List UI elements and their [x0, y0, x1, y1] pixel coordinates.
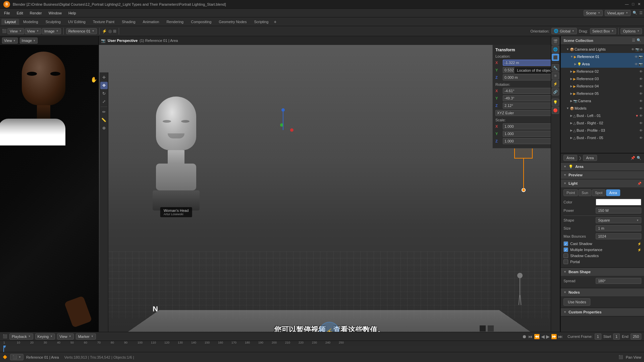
area-section-header[interactable]: ▼ 💡 Area [561, 163, 644, 171]
scale-y-field[interactable]: 1.000 [503, 131, 551, 137]
view-dropdown-2[interactable]: View ▼ [25, 28, 42, 34]
orientation-dropdown[interactable]: 🌐 Global ▼ [551, 28, 577, 34]
vis-select-1[interactable]: ⊕ [640, 48, 643, 51]
outliner-item-bust-profile[interactable]: ▶ △ Bust - Profile - 03 👁 [561, 127, 644, 134]
vis-render-area[interactable]: 📷 [639, 62, 643, 66]
prop-icon-material[interactable]: 🔴 [552, 107, 559, 114]
keying-dropdown[interactable]: Keying ▼ [35, 334, 55, 340]
custom-props-header[interactable]: ▼ Custom Properties [561, 308, 644, 316]
measure-tool[interactable]: 📏 [100, 116, 108, 124]
shadow-caustics-checkbox[interactable] [564, 253, 568, 258]
beam-shape-header[interactable]: ▼ Beam Shape [561, 268, 644, 276]
outliner-item-bust-front[interactable]: ▶ △ Bust - Front - 05 👁 [561, 134, 644, 141]
outliner-item-reference-04[interactable]: ▶ ▶ Reference 04 👁 [561, 82, 644, 90]
rotation-x-field[interactable]: -4.61° [503, 88, 551, 94]
cast-shadow-checkbox[interactable] [564, 241, 568, 246]
rotation-y-field[interactable]: -49.3° [503, 95, 551, 101]
vis-eye-bust-left[interactable]: 👁 [639, 114, 643, 118]
end-frame-field[interactable]: 250 [631, 334, 641, 340]
timeline-menu-icon[interactable]: ⬛ [3, 334, 7, 339]
photo-view-dropdown[interactable]: View ▼ [2, 38, 18, 44]
prop-icon-constraints[interactable]: 🔗 [552, 88, 559, 96]
vis-eye-ref05[interactable]: 👁 [639, 92, 643, 96]
vis-eye-models[interactable]: 👁 [639, 107, 643, 110]
vis-render-1[interactable]: 📷 [635, 48, 639, 51]
menu-window[interactable]: Window [46, 10, 64, 16]
outliner-item-models[interactable]: ▼ 📦 Models 👁 [561, 105, 644, 112]
options-dropdown[interactable]: Options ▼ [621, 28, 642, 34]
prop-icon-world[interactable]: 🌐 [552, 46, 559, 53]
breadcrumb-area-2[interactable]: Area [583, 155, 597, 161]
filter-btn[interactable]: ☰ [639, 11, 643, 15]
image-dropdown[interactable]: Image ▼ [42, 28, 61, 34]
prop-icon-physics[interactable]: ⚡ [552, 80, 559, 87]
vis-eye-ref04[interactable]: 👁 [639, 84, 643, 88]
tab-modeling[interactable]: Modeling [20, 19, 42, 25]
outliner-item-camera[interactable]: ▶ 📷 Camera 👁 [561, 97, 644, 105]
marker-dropdown[interactable]: Marker ▼ [76, 334, 96, 340]
maximize-button[interactable]: □ [632, 2, 634, 6]
euler-dropdown-row[interactable]: XYZ Euler ▼ [495, 110, 557, 116]
rotation-z-field[interactable]: 2.12° [503, 103, 551, 109]
vis-eye-cam[interactable]: 👁 [639, 99, 643, 103]
prop-icon-data[interactable]: 💡 [552, 99, 559, 106]
jump-start-btn[interactable]: ⏮ [528, 334, 533, 339]
multiple-importance-checkbox[interactable] [564, 247, 568, 252]
prop-icon-scene[interactable]: 🎬 [552, 38, 559, 45]
vis-eye-ref03[interactable]: 👁 [639, 77, 643, 81]
tab-shading[interactable]: Shading [118, 19, 139, 25]
photo-image-dropdown[interactable]: Image ▼ [20, 38, 38, 44]
breadcrumb-area-1[interactable]: Area [564, 155, 577, 161]
outliner-item-reference-01[interactable]: ▼ ▶ Reference 01 👁 📷 [561, 53, 644, 60]
vis-eye-1[interactable]: 👁 [631, 48, 635, 51]
light-type-spot[interactable]: Spot [592, 189, 606, 196]
vis-eye-bust-profile[interactable]: 👁 [639, 129, 643, 132]
outliner-search-icon[interactable]: 🔍 [637, 38, 641, 43]
tab-sculpting[interactable]: Sculpting [42, 19, 64, 25]
scale-z-field[interactable]: 1.000 [503, 138, 551, 144]
scale-tool[interactable]: ⤢ [100, 98, 108, 105]
light-type-sun[interactable]: Sun [579, 189, 591, 196]
menu-edit[interactable]: Edit [14, 10, 26, 16]
prop-icon-modifier[interactable]: 🔧 [552, 64, 559, 71]
close-button[interactable]: ✕ [638, 2, 641, 6]
outliner-item-bust-right[interactable]: ▶ △ Bust - Right - 02 👁 [561, 119, 644, 127]
move-tool[interactable]: ✥ [100, 82, 108, 89]
light-section-pin[interactable]: 📌 [637, 182, 641, 185]
menu-file[interactable]: File [1, 10, 13, 16]
portal-checkbox[interactable] [564, 259, 568, 264]
color-picker[interactable] [596, 199, 641, 205]
scene-selector[interactable]: Scene ▼ [584, 10, 603, 16]
prop-icon-object[interactable]: ⬛ [552, 54, 559, 61]
menu-help[interactable]: Help [66, 10, 79, 16]
tab-layout[interactable]: Layout [1, 19, 19, 25]
props-pin-icon[interactable]: 📌 [631, 156, 635, 160]
annotate-tool[interactable]: ✏ [100, 108, 108, 116]
power-field[interactable]: 150 W [596, 207, 641, 214]
light-type-point[interactable]: Point [564, 189, 578, 196]
tab-geometry-nodes[interactable]: Geometry Nodes [215, 19, 250, 25]
play-btn[interactable]: ▶ [546, 334, 550, 339]
jump-end-btn[interactable]: ⏭ [558, 334, 563, 339]
light-section-header[interactable]: ▼ Light 📌 [561, 179, 644, 187]
status-scene-dropdown[interactable]: ⬛ ▼ [10, 354, 23, 360]
view-dropdown-1[interactable]: View ▼ [7, 28, 24, 34]
cast-shadow-info[interactable]: ⚡ [637, 242, 641, 246]
nodes-header[interactable]: ▼ Nodes [561, 288, 644, 296]
vis-render-ref01[interactable]: 📷 [639, 55, 643, 59]
reference-dropdown[interactable]: Reference 01 ▼ [66, 28, 97, 34]
rotate-tool[interactable]: ↻ [100, 90, 108, 97]
transform-tool[interactable]: ⊕ [100, 124, 108, 132]
vis-eye-ref01[interactable]: 👁 [635, 55, 638, 59]
use-nodes-btn[interactable]: Use Nodes [564, 298, 590, 306]
current-frame-field[interactable]: 1 [595, 334, 601, 340]
vis-eye-area[interactable]: 👁 [635, 62, 638, 66]
tab-texture-paint[interactable]: Texture Paint [90, 19, 118, 25]
multiple-importance-info[interactable]: ⚡ [637, 248, 641, 252]
minimize-button[interactable]: — [625, 2, 629, 6]
location-x-field[interactable]: -1.322 m [503, 60, 551, 66]
start-frame-field[interactable]: 1 [613, 334, 620, 340]
outliner-item-reference-03[interactable]: ▶ ▶ Reference 03 👁 [561, 75, 644, 82]
size-field[interactable]: 1 m [596, 225, 641, 231]
vis-eye-bust-front[interactable]: 👁 [639, 136, 643, 140]
